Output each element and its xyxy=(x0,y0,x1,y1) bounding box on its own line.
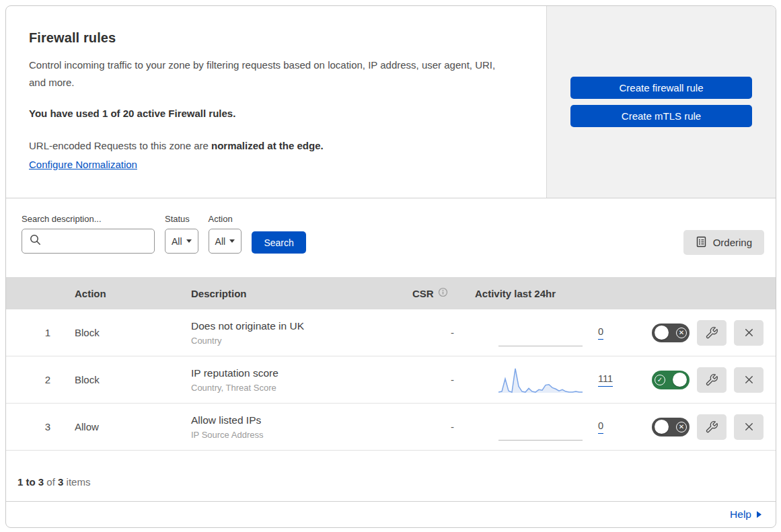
search-button[interactable]: Search xyxy=(252,231,306,254)
hero-section: Firewall rules Control incoming traffic … xyxy=(6,6,776,198)
delete-rule-button[interactable] xyxy=(734,414,764,440)
table-header: Action Description CSR Activity last 24h… xyxy=(6,277,776,309)
rule-fields: IP Source Address xyxy=(191,430,398,440)
rule-priority: 3 xyxy=(6,421,73,432)
rule-description: IP reputation score xyxy=(191,367,398,379)
edit-rule-button[interactable] xyxy=(697,320,727,346)
status-label: Status xyxy=(165,214,198,224)
search-input[interactable] xyxy=(46,229,168,253)
toggle-knob xyxy=(655,420,669,434)
search-input-wrapper xyxy=(22,229,155,254)
column-header-action: Action xyxy=(73,288,190,299)
rule-csr-value: - xyxy=(398,421,465,432)
activity-sparkline xyxy=(498,319,583,347)
action-dropdown[interactable]: All xyxy=(209,229,242,254)
normalization-note: URL-encoded Requests to this zone are no… xyxy=(29,137,519,174)
rule-enabled-toggle[interactable]: ✕ xyxy=(652,324,690,342)
edit-rule-button[interactable] xyxy=(697,367,727,393)
actions-panel: Create firewall rule Create mTLS rule xyxy=(546,6,776,198)
rule-action: Block xyxy=(73,374,190,385)
close-icon xyxy=(743,373,755,386)
wrench-icon xyxy=(705,373,718,387)
page-title: Firewall rules xyxy=(29,30,519,46)
rule-description: Does not originate in UK xyxy=(191,320,398,332)
page-description: Control incoming traffic to your zone by… xyxy=(29,56,500,92)
status-dropdown[interactable]: All xyxy=(165,229,198,254)
activity-count-link[interactable]: 0 xyxy=(598,420,603,434)
chevron-down-icon xyxy=(186,239,192,243)
usage-summary: You have used 1 of 20 active Firewall ru… xyxy=(29,108,519,119)
create-mtls-rule-button[interactable]: Create mTLS rule xyxy=(570,105,752,127)
pagination-summary: 1 to 3 of 3 items xyxy=(6,451,776,501)
rule-enabled-toggle[interactable]: ✕ xyxy=(652,418,690,436)
wrench-icon xyxy=(705,326,718,340)
list-icon xyxy=(696,236,707,250)
toggle-state-icon: ✓ xyxy=(655,375,665,385)
column-header-csr: CSR xyxy=(398,287,465,299)
create-firewall-rule-button[interactable]: Create firewall rule xyxy=(570,77,752,99)
rule-csr-value: - xyxy=(398,374,465,385)
rule-description: Allow listed IPs xyxy=(191,414,398,426)
firewall-rules-card: Firewall rules Control incoming traffic … xyxy=(5,5,776,528)
table-row: 3 Allow Allow listed IPs IP Source Addre… xyxy=(6,404,776,451)
action-label: Action xyxy=(209,214,242,224)
close-icon xyxy=(743,326,755,339)
filter-bar: Search description... Status All Action … xyxy=(6,198,776,277)
toggle-knob xyxy=(673,373,687,387)
search-label: Search description... xyxy=(22,214,155,224)
rule-csr-value: - xyxy=(398,327,465,338)
ordering-button[interactable]: Ordering xyxy=(683,230,764,255)
edit-rule-button[interactable] xyxy=(697,414,727,440)
activity-sparkline xyxy=(498,413,583,441)
table-row: 1 Block Does not originate in UK Country… xyxy=(6,309,776,356)
table-row: 2 Block IP reputation score Country, Thr… xyxy=(6,356,776,404)
rule-enabled-toggle[interactable]: ✓ xyxy=(652,371,690,389)
arrow-right-icon xyxy=(757,511,761,518)
help-link[interactable]: Help xyxy=(730,508,761,521)
chevron-down-icon xyxy=(229,239,235,243)
configure-normalization-link[interactable]: Configure Normalization xyxy=(29,155,137,174)
rule-priority: 1 xyxy=(6,327,73,338)
delete-rule-button[interactable] xyxy=(734,367,764,393)
toggle-state-icon: ✕ xyxy=(676,328,687,338)
toggle-state-icon: ✕ xyxy=(676,422,687,432)
search-icon xyxy=(30,234,41,248)
delete-rule-button[interactable] xyxy=(734,320,764,346)
rule-priority: 2 xyxy=(6,374,73,385)
activity-count-link[interactable]: 0 xyxy=(598,326,603,340)
activity-sparkline xyxy=(498,366,583,394)
column-header-activity: Activity last 24hr xyxy=(465,288,618,299)
wrench-icon xyxy=(705,420,718,434)
rule-action: Block xyxy=(73,327,190,338)
activity-count-link[interactable]: 111 xyxy=(598,373,613,387)
column-header-description: Description xyxy=(190,288,398,299)
rule-action: Allow xyxy=(73,421,190,432)
help-footer: Help xyxy=(6,501,776,527)
toggle-knob xyxy=(655,326,669,340)
info-icon[interactable] xyxy=(438,287,448,299)
rule-fields: Country xyxy=(191,336,398,346)
rules-table-body: 1 Block Does not originate in UK Country… xyxy=(6,309,776,451)
rule-fields: Country, Threat Score xyxy=(191,383,398,393)
close-icon xyxy=(743,420,755,433)
